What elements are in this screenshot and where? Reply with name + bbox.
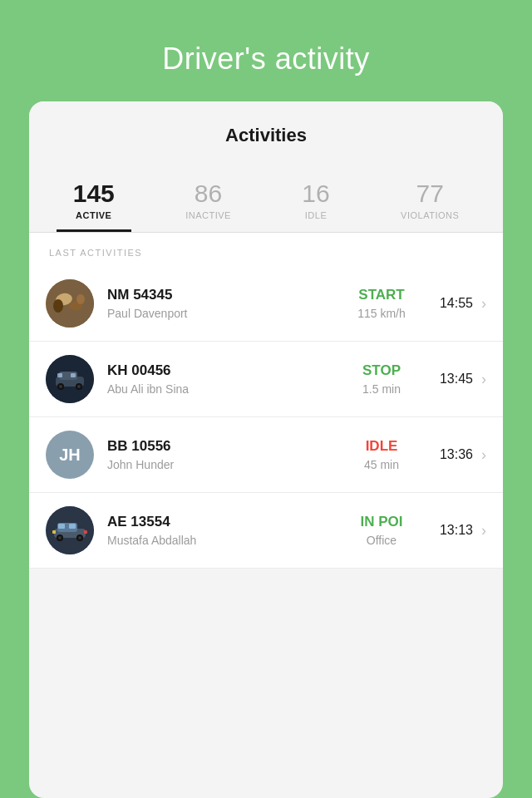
activity-time: 14:55 [436,296,473,311]
activities-list: LAST ACTIVITIES NM 54345 Paul Davenport … [29,233,503,569]
vehicle-id: BB 10556 [107,438,328,455]
activity-info: KH 00456 Abu Ali ibn Sina [107,362,328,396]
driver-name: Paul Davenport [107,307,328,320]
activity-status: STOP 1.5 min [344,362,419,396]
status-detail: 45 min [344,458,419,471]
svg-point-15 [77,385,81,388]
stat-violations-label: VIOLATIONS [401,210,459,220]
stat-inactive[interactable]: 86 INACTIVE [169,171,248,232]
stat-violations-number: 77 [416,180,444,207]
activity-item[interactable]: NM 54345 Paul Davenport START 115 km/h 1… [29,266,503,342]
status-detail: Office [344,534,419,547]
driver-name: Abu Ali ibn Sina [107,382,328,396]
driver-name: Mustafa Abdallah [107,534,328,547]
activity-time: 13:36 [436,447,473,462]
activity-time: 13:45 [436,372,473,387]
activity-status: IDLE 45 min [344,438,419,471]
activity-status: IN POI Office [344,514,419,547]
status-detail: 1.5 min [344,382,419,396]
activity-info: BB 10556 John Hunder [107,438,328,471]
activity-info: AE 13554 Mustafa Abdallah [107,514,328,547]
driver-name: John Hunder [107,458,328,471]
activities-heading: Activities [29,101,503,163]
vehicle-id: AE 13554 [107,514,328,530]
activity-time: 13:13 [436,523,473,538]
chevron-right-icon: › [481,295,486,313]
svg-point-25 [78,536,81,539]
svg-rect-27 [84,530,87,534]
svg-point-14 [59,385,62,388]
avatar [46,506,94,554]
activity-status: START 115 km/h [344,287,419,320]
main-card: Activities 145 ACTIVE 86 INACTIVE 16 IDL… [29,101,503,798]
activity-item[interactable]: KH 00456 Abu Ali ibn Sina STOP 1.5 min 1… [29,342,503,417]
page-title: Driver's activity [17,42,515,76]
stat-idle-number: 16 [302,180,329,207]
status-label: START [344,287,419,303]
svg-rect-10 [57,373,62,377]
svg-rect-11 [71,373,76,377]
stat-idle-label: IDLE [305,210,327,220]
svg-point-0 [46,279,94,328]
svg-point-24 [58,536,62,539]
page-header: Driver's activity [0,0,532,101]
chevron-right-icon: › [481,371,486,388]
svg-rect-20 [58,524,65,529]
avatar [46,279,94,328]
vehicle-id: KH 00456 [107,362,328,379]
stat-violations[interactable]: 77 VIOLATIONS [384,171,475,232]
last-activities-label: LAST ACTIVITIES [29,233,503,266]
status-label: IN POI [344,514,419,530]
stat-active-label: ACTIVE [76,210,111,220]
stats-row: 145 ACTIVE 86 INACTIVE 16 IDLE 77 VIOLAT… [29,163,503,232]
svg-rect-26 [52,530,56,534]
stat-inactive-label: INACTIVE [185,210,231,220]
activity-item[interactable]: JH BB 10556 John Hunder IDLE 45 min 13:3… [29,417,503,493]
status-detail: 115 km/h [344,307,419,320]
svg-rect-21 [69,524,76,529]
activity-info: NM 54345 Paul Davenport [107,287,328,320]
avatar: JH [46,431,94,479]
stat-idle[interactable]: 16 IDLE [285,171,346,232]
status-label: IDLE [344,438,419,455]
stat-inactive-number: 86 [195,180,222,207]
stat-active[interactable]: 145 ACTIVE [57,171,131,232]
avatar [46,355,94,403]
vehicle-id: NM 54345 [107,287,328,303]
chevron-right-icon: › [481,522,486,539]
chevron-right-icon: › [481,446,486,464]
avatar-initials: JH [59,446,81,465]
stat-active-number: 145 [73,180,115,207]
activity-item[interactable]: AE 13554 Mustafa Abdallah IN POI Office … [29,493,503,569]
svg-point-4 [53,299,63,313]
status-label: STOP [344,362,419,379]
svg-point-5 [76,294,85,304]
